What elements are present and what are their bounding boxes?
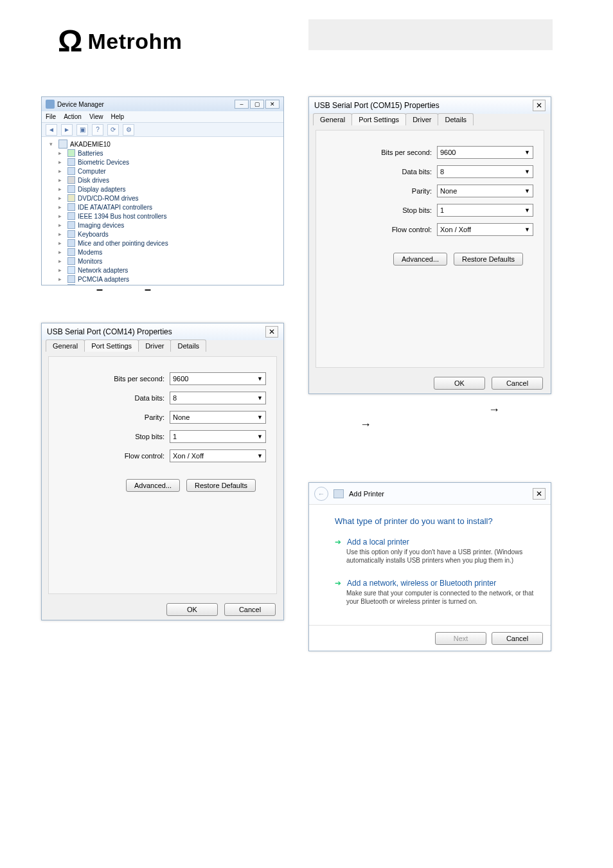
tab-panel: Bits per second:9600▼ Data bits:8▼ Parit…	[48, 356, 277, 594]
ok-button[interactable]: OK	[166, 603, 218, 616]
ide-icon	[67, 203, 75, 211]
flow-label: Flow control:	[125, 452, 164, 460]
header-grey-block	[308, 19, 553, 50]
option-desc: Make sure that your computer is connecte…	[346, 589, 535, 606]
restore-defaults-button[interactable]: Restore Defaults	[454, 253, 523, 266]
close-button[interactable]: ✕	[265, 100, 280, 109]
data-combo[interactable]: 8▼	[170, 392, 266, 404]
flow-label: Flow control:	[392, 226, 432, 233]
tab-panel: Bits per second:9600▼ Data bits:8▼ Parit…	[315, 130, 544, 368]
chevron-down-icon: ▼	[524, 207, 530, 213]
wizard-footer: Next Cancel	[309, 625, 551, 651]
dash-separator: –	[96, 283, 103, 296]
tree-item[interactable]: Biometric Devices	[78, 159, 129, 166]
devmgr-title: Device Manager	[57, 101, 104, 108]
stop-combo[interactable]: 1▼	[170, 430, 266, 443]
tree-item[interactable]: Mice and other pointing devices	[78, 240, 168, 247]
tab-port-settings[interactable]: Port Settings	[351, 113, 406, 125]
wizard-header: ← Add Printer ✕	[309, 483, 551, 505]
com14-properties-dialog: USB Serial Port (COM14) Properties ✕ Gen…	[41, 323, 284, 620]
tab-details[interactable]: Details	[438, 113, 474, 125]
option-title: Add a network, wireless or Bluetooth pri…	[347, 579, 496, 588]
minimize-button[interactable]: –	[235, 100, 249, 109]
pcmcia-icon	[67, 275, 75, 283]
tree-item[interactable]: Computer	[78, 168, 106, 175]
devmgr-tree[interactable]: ▾AKADEMIE10 ▸Batteries ▸Biometric Device…	[42, 137, 283, 285]
menu-help[interactable]: Help	[111, 113, 124, 120]
toolbar-back-icon[interactable]: ◄	[46, 124, 57, 136]
bits-label: Bits per second:	[114, 375, 164, 383]
data-label: Data bits:	[135, 394, 164, 402]
mouse-icon	[67, 239, 75, 247]
dialog-title: USB Serial Port (COM15) Properties	[314, 101, 440, 110]
device-manager-window: Device Manager – ▢ ✕ File Action View He…	[41, 96, 284, 285]
arrow-right-icon: →	[360, 418, 371, 431]
option-network-printer[interactable]: ➔ Add a network, wireless or Bluetooth p…	[335, 579, 535, 606]
cancel-button[interactable]: Cancel	[492, 377, 543, 390]
parity-combo[interactable]: None▼	[170, 411, 266, 424]
tree-item[interactable]: Keyboards	[78, 231, 109, 238]
ok-button[interactable]: OK	[434, 377, 485, 390]
disk-icon	[67, 176, 75, 184]
tab-general[interactable]: General	[46, 339, 85, 352]
tree-item[interactable]: Network adapters	[78, 267, 128, 274]
advanced-button[interactable]: Advanced...	[393, 253, 447, 266]
tree-item[interactable]: IDE ATA/ATAPI controllers	[78, 204, 152, 211]
toolbar-refresh-icon[interactable]: ⟳	[107, 124, 119, 136]
advanced-button[interactable]: Advanced...	[126, 479, 180, 492]
option-desc: Use this option only if you don't have a…	[346, 548, 535, 565]
cancel-button[interactable]: Cancel	[224, 603, 276, 616]
tab-general[interactable]: General	[313, 113, 352, 125]
toolbar-fwd-icon[interactable]: ►	[61, 124, 73, 136]
option-local-printer[interactable]: ➔ Add a local printer Use this option on…	[335, 538, 535, 565]
tree-item[interactable]: Modems	[78, 249, 102, 256]
menu-file[interactable]: File	[46, 113, 56, 120]
flow-combo[interactable]: Xon / Xoff▼	[170, 449, 266, 462]
data-combo[interactable]: 8▼	[437, 165, 533, 178]
devmgr-titlebar: Device Manager – ▢ ✕	[42, 97, 283, 111]
computer-icon	[58, 140, 67, 149]
restore-defaults-button[interactable]: Restore Defaults	[186, 479, 256, 492]
tab-port-settings[interactable]: Port Settings	[84, 339, 139, 352]
arrow-right-icon: →	[488, 403, 500, 417]
tree-item[interactable]: IEEE 1394 Bus host controllers	[78, 213, 166, 220]
maximize-button[interactable]: ▢	[250, 100, 264, 109]
keyboard-icon	[67, 230, 75, 238]
chevron-down-icon: ▼	[524, 226, 530, 233]
devmgr-toolbar: ◄ ► ▣ ? ⟳ ⚙	[42, 123, 283, 137]
parity-label: Parity:	[412, 187, 432, 195]
chevron-down-icon: ▼	[257, 375, 263, 382]
toolbar-scan-icon[interactable]: ⚙	[123, 124, 134, 136]
menu-action[interactable]: Action	[64, 113, 82, 120]
menu-view[interactable]: View	[89, 113, 103, 120]
tree-item[interactable]: Batteries	[78, 150, 103, 157]
back-button[interactable]: ←	[314, 487, 328, 501]
cancel-button[interactable]: Cancel	[492, 632, 543, 645]
toolbar-help-icon[interactable]: ?	[92, 124, 103, 136]
tab-driver[interactable]: Driver	[405, 113, 438, 125]
close-button[interactable]: ✕	[533, 488, 546, 500]
bits-combo[interactable]: 9600▼	[170, 372, 266, 385]
close-button[interactable]: ✕	[533, 100, 546, 111]
tabstrip: General Port Settings Driver Details	[313, 113, 555, 125]
tree-item-ports[interactable]: Ports (COM & LPT)	[78, 285, 134, 285]
close-button[interactable]: ✕	[265, 326, 278, 338]
tab-details[interactable]: Details	[170, 339, 206, 352]
tree-item[interactable]: Imaging devices	[78, 222, 124, 229]
flow-combo[interactable]: Xon / Xoff▼	[437, 223, 533, 236]
tree-item[interactable]: Display adapters	[78, 186, 125, 193]
tree-item[interactable]: DVD/CD-ROM drives	[78, 195, 138, 202]
parity-combo[interactable]: None▼	[437, 185, 533, 197]
tree-item[interactable]: Disk drives	[78, 177, 109, 184]
toolbar-up-icon[interactable]: ▣	[76, 124, 88, 136]
tab-driver[interactable]: Driver	[138, 339, 171, 352]
tree-root[interactable]: AKADEMIE10	[70, 141, 111, 148]
display-icon	[67, 185, 75, 193]
bits-combo[interactable]: 9600▼	[437, 146, 533, 159]
devmgr-app-icon	[46, 100, 55, 109]
tree-item[interactable]: PCMCIA adapters	[78, 276, 129, 283]
option-title: Add a local printer	[347, 538, 409, 547]
stop-combo[interactable]: 1▼	[437, 204, 533, 217]
tree-item[interactable]: Monitors	[78, 258, 102, 265]
monitor-icon	[67, 257, 75, 265]
